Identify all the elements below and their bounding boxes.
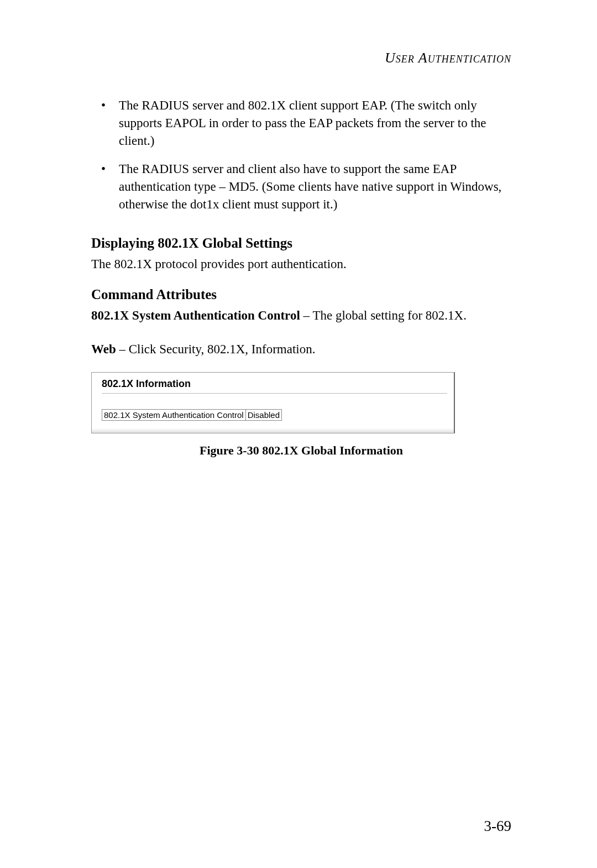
attribute-desc: – The global setting for 802.1X.: [300, 308, 467, 322]
page-number: 3-69: [484, 818, 512, 835]
bullet-item: The RADIUS server and 802.1X client supp…: [91, 97, 511, 150]
attribute-line: 802.1X System Authentication Control – T…: [91, 307, 511, 325]
web-label: Web: [91, 342, 116, 356]
table-cell-value: Disabled: [245, 409, 281, 420]
table-row: 802.1X System Authentication Control Dis…: [102, 409, 282, 420]
info-table: 802.1X System Authentication Control Dis…: [102, 409, 282, 421]
web-path: – Click Security, 802.1X, Information.: [116, 342, 316, 356]
figure-caption: Figure 3-30 802.1X Global Information: [91, 443, 511, 458]
panel-divider: [102, 393, 447, 394]
section-heading-command-attributes: Command Attributes: [91, 287, 511, 302]
section-text: The 802.1X protocol provides port authen…: [91, 255, 511, 273]
bullet-list: The RADIUS server and 802.1X client supp…: [91, 97, 511, 213]
attribute-name: 802.1X System Authentication Control: [91, 308, 300, 322]
table-cell-label: 802.1X System Authentication Control: [102, 409, 246, 420]
panel-title: 802.1X Information: [102, 378, 444, 390]
info-panel: 802.1X Information 802.1X System Authent…: [91, 372, 455, 433]
section-heading-displaying: Displaying 802.1X Global Settings: [91, 236, 511, 251]
web-instruction: Web – Click Security, 802.1X, Informatio…: [91, 341, 511, 358]
page-header: User Authentication: [91, 50, 511, 66]
bullet-item: The RADIUS server and client also have t…: [91, 160, 511, 214]
